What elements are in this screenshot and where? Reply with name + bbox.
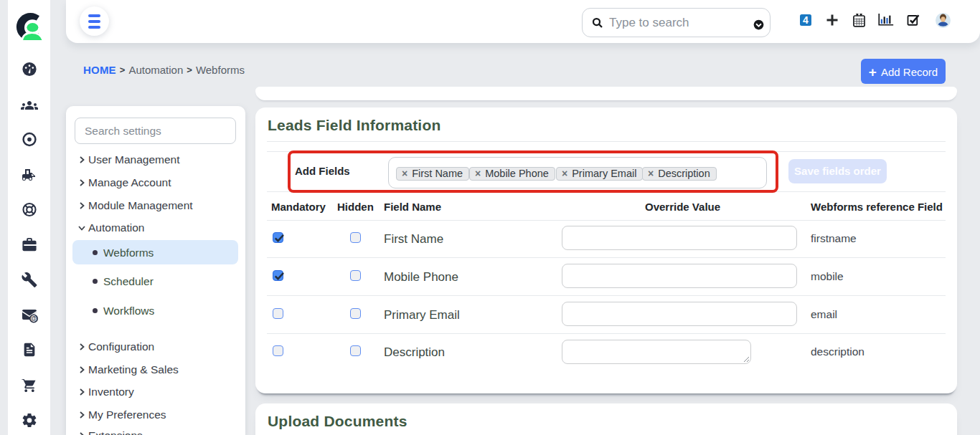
svg-text:@: @: [30, 315, 36, 322]
